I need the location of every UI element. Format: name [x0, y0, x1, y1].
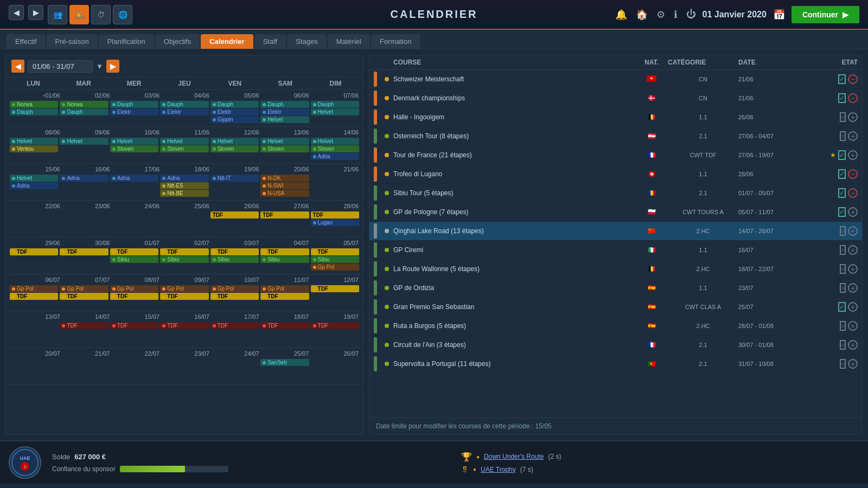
event-tdf-6-7[interactable]: TDF	[311, 285, 359, 292]
event-nttes[interactable]: Ntt-ES	[160, 182, 208, 189]
event-tdf-red-3[interactable]: TDF	[160, 322, 208, 329]
event-tdf-red-5[interactable]: TDF	[260, 322, 309, 329]
event-sibiu-3[interactable]: Sibiu	[210, 256, 259, 263]
cycling-icon-btn[interactable]: 🚴	[69, 5, 89, 24]
table-row[interactable]: GP de Pologne (7 étapes) 🇵🇱 CWT TOURS A …	[369, 203, 862, 222]
event-sloven-2[interactable]: Sloven	[160, 145, 208, 152]
event-norwa-2[interactable]: Norwa	[60, 101, 108, 108]
etat-plus-11[interactable]: +	[848, 264, 858, 274]
event-tdf-red-4[interactable]: TDF	[210, 322, 259, 329]
event-nttbe[interactable]: Ntt-BE	[160, 190, 208, 197]
event-gppol-5[interactable]: Gp Pol	[160, 285, 208, 292]
power-icon[interactable]: ⏻	[686, 9, 696, 20]
tab-stages[interactable]: Stages	[287, 34, 326, 49]
table-row[interactable]: Schweizer Meisterschaft 🇨🇭 CN 21/06 ✓ −	[369, 70, 862, 89]
table-row[interactable]: La Route Wallonne (5 étapes) 🇧🇪 2.HC 18/…	[369, 260, 862, 279]
table-row[interactable]: Halle - Ingooigem 🇧🇪 1.1 26/06 ○ +	[369, 108, 862, 127]
table-row[interactable]: Supervolta a Portugal (11 étapes) 🇵🇹 2.1…	[369, 355, 862, 374]
forward-button[interactable]: ▶	[28, 5, 43, 20]
calendar-icon[interactable]: 📅	[773, 9, 785, 21]
event-gppol-3[interactable]: Gp Pol	[60, 285, 108, 292]
tab-effectif[interactable]: Effectif	[7, 34, 46, 49]
event-tdf-2[interactable]: TDF	[260, 211, 309, 219]
etat-plus-3[interactable]: +	[848, 112, 858, 122]
race-link-2[interactable]: UAE Trophy	[481, 466, 516, 473]
tab-formation[interactable]: Formation	[371, 34, 420, 49]
table-row[interactable]: Qinghai Lake Road (13 étapes) 🇨🇳 2.HC 14…	[369, 222, 862, 241]
etat-plus-10[interactable]: +	[848, 245, 858, 255]
event-dauph-6[interactable]: Dauph	[260, 101, 309, 108]
event-tdf-6-2[interactable]: TDF	[60, 293, 108, 300]
event-tdf-6-5[interactable]: TDF	[210, 293, 259, 300]
globe-icon-btn[interactable]: 🌐	[113, 5, 132, 24]
tab-staff[interactable]: Staff	[254, 34, 286, 49]
event-ndk[interactable]: N-DK	[260, 175, 309, 182]
event-tdf-5-7[interactable]: TDF	[311, 248, 359, 255]
event-helvet-8[interactable]: Helvet	[260, 138, 309, 145]
table-row[interactable]: GP de Ordizia 🇪🇸 1.1 23/07 ○ +	[369, 279, 862, 298]
event-tdf-red-6[interactable]: TDF	[311, 322, 359, 329]
race-link-1[interactable]: Down Under's Route	[484, 453, 544, 460]
event-sibiu-5[interactable]: Sibiu	[311, 256, 359, 263]
tab-calendrier[interactable]: Calendrier	[201, 34, 253, 49]
event-sibiu-1[interactable]: Sibiu	[110, 256, 158, 263]
event-tdf-5-3[interactable]: TDF	[110, 248, 158, 255]
event-helvet-7[interactable]: Helvet	[210, 138, 259, 145]
table-row[interactable]: Gran Premio San Sebastian 🇪🇸 CWT CLAS A …	[369, 298, 862, 317]
event-adria-5[interactable]: Adria	[160, 175, 208, 182]
event-tdf-start[interactable]: TDF	[210, 211, 259, 219]
event-sloven-3[interactable]: Sloven	[210, 145, 259, 152]
etat-plus-14[interactable]: +	[848, 321, 858, 331]
event-dauph-5[interactable]: Dauph	[210, 101, 259, 108]
roster-icon-btn[interactable]: 👥	[48, 5, 67, 24]
event-helvet-4[interactable]: Helvet	[60, 138, 108, 145]
event-tdf-6-4[interactable]: TDF	[160, 293, 208, 300]
event-sibiu-2[interactable]: Sibiu	[160, 256, 208, 263]
event-helvet-3[interactable]: Helvet	[10, 138, 58, 145]
event-gippin[interactable]: Gippin	[210, 116, 259, 123]
event-nttit[interactable]: Ntt-IT	[210, 175, 259, 182]
event-dauph-7[interactable]: Dauph	[311, 101, 359, 108]
event-sloven-1[interactable]: Sloven	[110, 145, 158, 152]
event-dauph-3[interactable]: Dauph	[110, 101, 158, 108]
event-adria-4[interactable]: Adria	[110, 175, 158, 182]
event-helvet-10[interactable]: Helvet	[10, 175, 58, 182]
event-tdf-6-3[interactable]: TDF	[110, 293, 158, 300]
event-tdf-5-6[interactable]: TDF	[260, 248, 309, 255]
etat-minus-7[interactable]: −	[848, 188, 858, 198]
event-elektr-1[interactable]: Elektr	[110, 108, 158, 115]
info-icon[interactable]: ℹ	[674, 9, 678, 21]
event-helvet-9[interactable]: Helvet	[311, 138, 359, 145]
table-row[interactable]: Osterreich Tour (8 étapes) 🇦🇹 2.1 27/06 …	[369, 127, 862, 146]
event-sloven-4[interactable]: Sloven	[260, 145, 309, 152]
event-adria-3[interactable]: Adria	[60, 175, 108, 182]
tab-objectifs[interactable]: Objectifs	[155, 34, 200, 49]
event-adria[interactable]: Adria	[311, 153, 359, 160]
tab-pre-saison[interactable]: Pré-saison	[47, 34, 98, 49]
etat-minus-6[interactable]: −	[848, 169, 858, 179]
event-gppol-4[interactable]: Gp Pol	[110, 285, 158, 292]
cal-next-btn[interactable]: ▶	[106, 60, 119, 73]
event-sanseb[interactable]: SanSeb	[260, 359, 309, 366]
table-row[interactable]: GP Ciremi 🇮🇹 1.1 16/07 ○ +	[369, 241, 862, 260]
event-gppol-2[interactable]: Gp Pol	[10, 285, 58, 292]
etat-plus-8[interactable]: +	[848, 207, 858, 217]
event-elektr-3[interactable]: Elektr	[210, 108, 259, 115]
event-ventou[interactable]: Ventou	[10, 145, 58, 152]
event-elektr-2[interactable]: Elektr	[160, 108, 208, 115]
table-row[interactable]: Sibiu Tour (5 étapes) 🇷🇴 2.1 01/07 - 05/…	[369, 184, 862, 203]
cal-dropdown-btn[interactable]: ▼	[96, 62, 103, 70]
event-tdf-5-5[interactable]: TDF	[210, 248, 259, 255]
event-sibiu-4[interactable]: Sibiu	[260, 256, 309, 263]
event-gppol-6[interactable]: Gp Pol	[210, 285, 259, 292]
bell-icon[interactable]: 🔔	[615, 9, 627, 21]
table-row[interactable]: Trofeo di Lugano 🇨🇭 1.1 28/06 ✓ −	[369, 165, 862, 184]
event-nusa[interactable]: N-USA	[260, 190, 309, 197]
event-lugan[interactable]: Lugan	[311, 219, 359, 226]
event-tdf-red-2[interactable]: TDF	[110, 322, 158, 329]
etat-plus-13[interactable]: +	[848, 302, 858, 312]
cal-prev-btn[interactable]: ◀	[11, 60, 24, 73]
event-helvet-6[interactable]: Helvet	[160, 138, 208, 145]
etat-minus-2[interactable]: −	[848, 93, 858, 103]
event-helvet-2[interactable]: Helvet	[311, 108, 359, 115]
